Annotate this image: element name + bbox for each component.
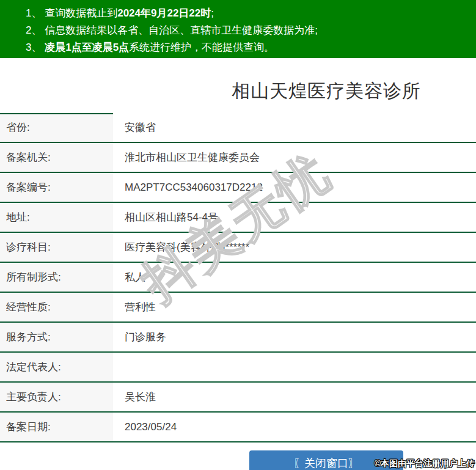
notice-line-2-pre: 2、 信息数据结果以各省、自治区、直辖市卫生健康委数据为准; — [26, 24, 318, 36]
row-label: 经营性质: — [0, 293, 113, 321]
close-window-button[interactable]: 〖关闭窗口〗 — [249, 450, 403, 470]
record-content: 相山天煌医疗美容诊所 省份: 安徽省 备案机关: 淮北市相山区卫生健康委员会 备… — [0, 79, 476, 470]
table-row-legal-representative: 法定代表人: — [0, 353, 476, 383]
row-value: 2023/05/24 — [113, 413, 177, 441]
row-value: 安徽省 — [113, 113, 156, 142]
table-row-service-mode: 服务方式: 门诊服务 — [0, 323, 476, 353]
notice-line-3: 3、 凌晨1点至凌晨5点系统进行维护，不能提供查询。 — [26, 39, 470, 56]
notice-line-3-post: 系统进行维护，不能提供查询。 — [129, 42, 274, 53]
row-value — [113, 353, 125, 381]
row-label: 法定代表人: — [0, 353, 113, 381]
row-value: 医疗美容科(美容外科)****** — [113, 233, 249, 262]
row-value: 相山区相山路54-4号 — [113, 203, 218, 232]
notice-banner: 1、 查询数据截止到2024年9月22日22时; 2、 信息数据结果以各省、自治… — [0, 0, 476, 58]
row-value: 门诊服务 — [113, 323, 166, 351]
row-label: 备案机关: — [0, 143, 113, 172]
notice-line-1-pre: 1、 查询数据截止到 — [26, 7, 117, 19]
row-label: 省份: — [0, 113, 113, 142]
page-title: 相山天煌医疗美容诊所 — [0, 79, 476, 102]
notice-line-1-post: ; — [211, 7, 214, 19]
row-value: 营利性 — [113, 293, 156, 321]
table-row-filing-number: 备案编号: MA2PT7CC534060317D2212 — [0, 173, 476, 203]
notice-line-3-pre: 3、 — [26, 42, 45, 53]
row-label: 服务方式: — [0, 323, 113, 351]
row-label: 地址: — [0, 203, 113, 232]
table-row-business-nature: 经营性质: 营利性 — [0, 293, 476, 323]
row-value: 吴长淮 — [113, 383, 156, 411]
table-row-main-person-in-charge: 主要负责人: 吴长淮 — [0, 383, 476, 413]
table-row-filing-authority: 备案机关: 淮北市相山区卫生健康委员会 — [0, 143, 476, 173]
row-value: MA2PT7CC534060317D2212 — [113, 173, 263, 202]
notice-line-1-bold: 2024年9月22日22时 — [117, 7, 211, 19]
row-label: 所有制形式: — [0, 263, 113, 292]
table-row-province: 省份: 安徽省 — [0, 113, 476, 143]
row-label: 诊疗科目: — [0, 233, 113, 262]
row-label: 备案日期: — [0, 413, 113, 441]
table-row-ownership-form: 所有制形式: 私人 — [0, 263, 476, 293]
row-label: 备案编号: — [0, 173, 113, 202]
table-row-address: 地址: 相山区相山路54-4号 — [0, 203, 476, 233]
notice-line-2: 2、 信息数据结果以各省、自治区、直辖市卫生健康委数据为准; — [26, 22, 470, 39]
notice-line-1: 1、 查询数据截止到2024年9月22日22时; — [26, 5, 470, 22]
row-value: 私人 — [113, 263, 145, 292]
table-row-medical-subjects: 诊疗科目: 医疗美容科(美容外科)****** — [0, 233, 476, 263]
row-value: 淮北市相山区卫生健康委员会 — [113, 143, 260, 172]
table-row-filing-date: 备案日期: 2023/05/24 — [0, 413, 476, 442]
notice-line-3-bold: 凌晨1点至凌晨5点 — [45, 42, 129, 53]
row-label: 主要负责人: — [0, 383, 113, 411]
record-table: 省份: 安徽省 备案机关: 淮北市相山区卫生健康委员会 备案编号: MA2PT7… — [0, 113, 476, 442]
